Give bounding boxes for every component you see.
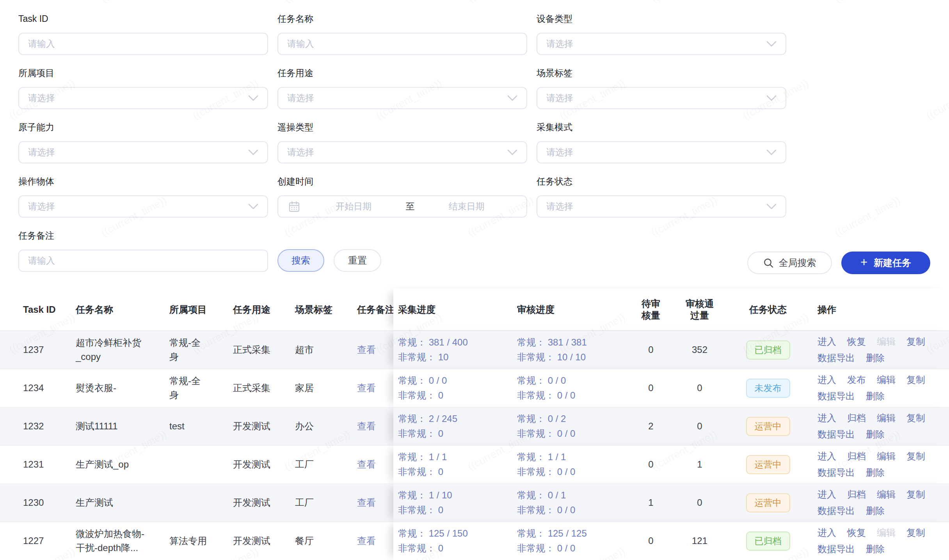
operation-link[interactable]: 编辑 bbox=[877, 448, 896, 464]
operation-link[interactable]: 删除 bbox=[866, 388, 885, 404]
operation-link[interactable]: 进入 bbox=[817, 486, 836, 503]
operation-link[interactable]: 编辑 bbox=[877, 486, 896, 503]
cell-review-progress: 常规： 125 / 125非常规： 0 / 0 bbox=[512, 526, 631, 556]
watermark-text: ((current_time)) bbox=[833, 194, 903, 239]
create-time-range-picker[interactable]: 开始日期 至 结束日期 bbox=[277, 195, 527, 218]
operation-link[interactable]: 恢复 bbox=[847, 333, 866, 350]
operation-link[interactable]: 发布 bbox=[847, 372, 866, 388]
operation-link[interactable]: 恢复 bbox=[847, 525, 866, 541]
review-progress-line: 常规： 0 / 1 bbox=[517, 488, 631, 503]
operation-link[interactable]: 数据导出 bbox=[817, 426, 855, 443]
global-search-button[interactable]: 全局搜索 bbox=[747, 252, 832, 274]
cell-operations: 进入恢复编辑复制数据导出删除 bbox=[807, 525, 949, 557]
review-progress-line: 非常规： 0 / 0 bbox=[517, 541, 631, 556]
operation-link[interactable]: 进入 bbox=[817, 333, 836, 350]
operation-link: 编辑 bbox=[877, 333, 896, 350]
operation-link[interactable]: 进入 bbox=[817, 372, 836, 388]
cell-collect-progress: 常规： 1 / 1非常规： 0 bbox=[393, 450, 512, 479]
end-date-field[interactable]: 结束日期 bbox=[417, 200, 517, 213]
operation-link[interactable]: 删除 bbox=[866, 541, 885, 557]
operated-object-select[interactable]: 请选择 bbox=[18, 195, 268, 218]
operation-link[interactable]: 删除 bbox=[866, 503, 885, 519]
cell-purpose: 开发测试 bbox=[233, 535, 295, 547]
project-line: 算法专用 bbox=[169, 534, 233, 548]
operation-link[interactable]: 数据导出 bbox=[817, 388, 855, 404]
start-date-field[interactable]: 开始日期 bbox=[304, 200, 403, 213]
view-link[interactable]: 查看 bbox=[357, 421, 376, 431]
operation-link[interactable]: 进入 bbox=[817, 410, 836, 426]
operation-link[interactable]: 复制 bbox=[906, 525, 925, 541]
cell-task-name: 生产测试 bbox=[76, 496, 169, 510]
new-task-button[interactable]: + 新建任务 bbox=[841, 252, 930, 274]
operation-link[interactable]: 删除 bbox=[866, 464, 885, 481]
operation-link[interactable]: 复制 bbox=[906, 410, 925, 426]
chevron-down-icon bbox=[766, 41, 777, 47]
collect-progress-line: 常规： 1 / 10 bbox=[398, 488, 512, 503]
operation-link[interactable]: 数据导出 bbox=[817, 503, 855, 519]
filter-scene-tag: 场景标签 请选择 bbox=[537, 67, 786, 109]
chevron-down-icon bbox=[248, 149, 258, 156]
row-right-cells: 常规： 1 / 10非常规： 0常规： 0 / 1非常规： 0 / 010运营中… bbox=[393, 484, 949, 522]
atomic-capability-select[interactable]: 请选择 bbox=[18, 141, 268, 163]
review-progress-line: 常规： 1 / 1 bbox=[517, 450, 631, 464]
cell-collect-progress: 常规： 0 / 0非常规： 0 bbox=[393, 373, 512, 403]
operation-link[interactable]: 删除 bbox=[866, 350, 885, 366]
view-link[interactable]: 查看 bbox=[357, 535, 376, 546]
review-progress-line: 常规： 0 / 0 bbox=[517, 373, 631, 388]
view-link[interactable]: 查看 bbox=[357, 344, 376, 355]
watermark-text: ((current_time)) bbox=[924, 77, 949, 122]
purpose-select[interactable]: 请选择 bbox=[277, 87, 527, 109]
teleop-type-select[interactable]: 请选择 bbox=[277, 141, 527, 163]
operation-link[interactable]: 数据导出 bbox=[817, 541, 855, 557]
cell-scene-tag: 超市 bbox=[295, 344, 357, 356]
select-placeholder: 请选择 bbox=[28, 92, 55, 104]
operation-link[interactable]: 进入 bbox=[817, 448, 836, 464]
reset-button[interactable]: 重置 bbox=[334, 249, 381, 272]
collect-mode-select[interactable]: 请选择 bbox=[537, 141, 786, 163]
cell-status: 已归档 bbox=[729, 532, 807, 551]
task-status-select[interactable]: 请选择 bbox=[537, 195, 786, 218]
status-badge: 运营中 bbox=[746, 493, 790, 512]
device-type-select[interactable]: 请选择 bbox=[537, 33, 786, 55]
operation-link[interactable]: 进入 bbox=[817, 525, 836, 541]
cell-scene-tag: 餐厅 bbox=[295, 535, 357, 547]
operation-link[interactable]: 删除 bbox=[866, 426, 885, 443]
filter-label: 操作物体 bbox=[18, 175, 268, 187]
plus-icon: + bbox=[860, 256, 867, 268]
search-button[interactable]: 搜索 bbox=[277, 249, 324, 272]
operation-link[interactable]: 数据导出 bbox=[817, 350, 855, 366]
view-link[interactable]: 查看 bbox=[357, 383, 376, 393]
chevron-down-icon bbox=[507, 95, 517, 101]
operation-link[interactable]: 复制 bbox=[906, 486, 925, 503]
task-name-input[interactable] bbox=[277, 33, 527, 55]
review-progress-line: 常规： 381 / 381 bbox=[517, 335, 631, 350]
task-name-line: 生产测试 bbox=[76, 496, 169, 510]
task-id-input[interactable] bbox=[18, 33, 268, 55]
table-body: 1237超市冷鲜柜补货_copy常规-全身正式采集超市查看常规： 381 / 4… bbox=[0, 331, 949, 560]
operation-link[interactable]: 数据导出 bbox=[817, 464, 855, 481]
scene-tag-select[interactable]: 请选择 bbox=[537, 87, 786, 109]
view-link[interactable]: 查看 bbox=[357, 497, 376, 508]
operation-link[interactable]: 编辑 bbox=[877, 372, 896, 388]
operation-link[interactable]: 归档 bbox=[847, 448, 866, 464]
cell-status: 运营中 bbox=[729, 417, 807, 436]
header-review-progress: 审核进度 bbox=[512, 303, 631, 316]
filter-task-id: Task ID bbox=[18, 13, 268, 55]
cell-pending-count: 0 bbox=[631, 344, 670, 355]
project-select[interactable]: 请选择 bbox=[18, 87, 268, 109]
cell-purpose: 开发测试 bbox=[233, 420, 295, 432]
operation-link[interactable]: 归档 bbox=[847, 410, 866, 426]
cell-pending-count: 0 bbox=[631, 383, 670, 393]
operation-link[interactable]: 编辑 bbox=[877, 410, 896, 426]
operation-link[interactable]: 归档 bbox=[847, 486, 866, 503]
view-link[interactable]: 查看 bbox=[357, 459, 376, 470]
review-progress-line: 常规： 125 / 125 bbox=[517, 526, 631, 541]
date-range-separator: 至 bbox=[403, 200, 417, 213]
filter-buttons: 搜索 重置 bbox=[277, 249, 527, 272]
cell-operations: 进入归档编辑复制数据导出删除 bbox=[807, 448, 949, 481]
operation-link[interactable]: 复制 bbox=[906, 372, 925, 388]
task-remark-input[interactable] bbox=[18, 250, 268, 272]
operation-link[interactable]: 复制 bbox=[906, 333, 925, 350]
filter-atomic-capability: 原子能力 请选择 bbox=[18, 121, 268, 163]
operation-link[interactable]: 复制 bbox=[906, 448, 925, 464]
